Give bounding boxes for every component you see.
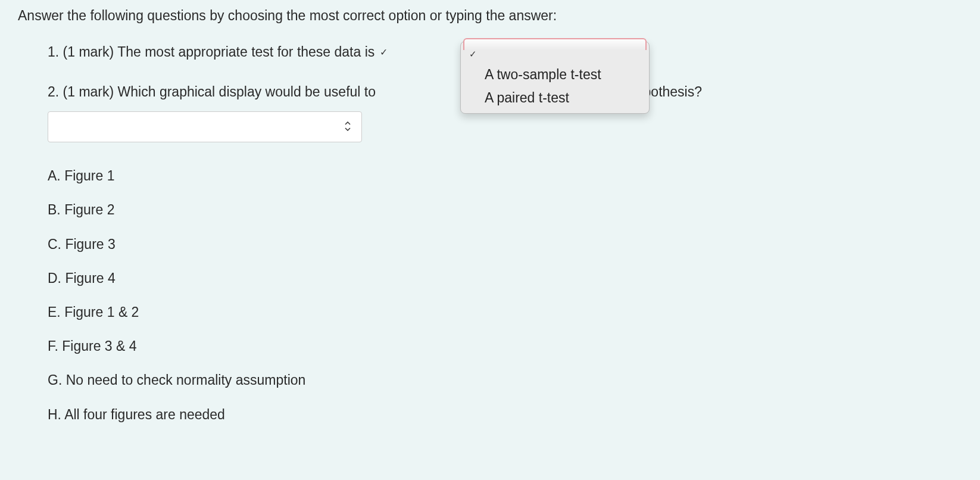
option-text: All four figures are needed	[64, 407, 225, 422]
dropdown-option-two-sample[interactable]: A two-sample t-test	[461, 63, 649, 86]
dropdown-option-blank[interactable]	[461, 44, 649, 63]
option-b: B. Figure 2	[48, 200, 962, 219]
option-letter: B.	[48, 202, 61, 217]
check-icon: ✓	[380, 47, 388, 57]
option-text: No need to check normality assumption	[66, 372, 306, 388]
option-text: Figure 4	[65, 270, 115, 286]
option-letter: F.	[48, 338, 58, 354]
question-1-number: 1.	[48, 44, 59, 60]
option-d: D. Figure 4	[48, 269, 962, 288]
option-text: Figure 1	[64, 168, 114, 183]
instructions-text: Answer the following questions by choosi…	[18, 6, 962, 25]
answer-options-list: A. Figure 1 B. Figure 2 C. Figure 3 D. F…	[48, 166, 962, 424]
option-letter: G.	[48, 372, 62, 388]
option-e: E. Figure 1 & 2	[48, 303, 962, 322]
option-letter: A.	[48, 168, 61, 183]
question-1-marks: (1 mark)	[63, 44, 114, 60]
option-text: Figure 2	[64, 202, 114, 217]
chevron-up-down-icon	[345, 121, 351, 132]
option-letter: C.	[48, 236, 61, 252]
question-2-select[interactable]	[48, 111, 362, 142]
option-letter: E.	[48, 304, 61, 320]
option-a: A. Figure 1	[48, 166, 962, 185]
option-c: C. Figure 3	[48, 235, 962, 254]
option-text: Figure 3	[65, 236, 115, 252]
question-2-marks: (1 mark)	[63, 84, 114, 99]
option-text: Figure 1 & 2	[64, 304, 139, 320]
option-letter: H.	[48, 407, 61, 422]
option-text: Figure 3 & 4	[62, 338, 136, 354]
question-1-dropdown-menu[interactable]: A two-sample t-test A paired t-test	[460, 41, 650, 114]
question-1-text: The most appropriate test for these data…	[117, 44, 374, 60]
question-2-text-before: Which graphical display would be useful …	[118, 84, 376, 99]
option-f: F. Figure 3 & 4	[48, 336, 962, 356]
option-h: H. All four figures are needed	[48, 405, 962, 424]
option-g: G. No need to check normality assumption	[48, 370, 962, 389]
question-2-number: 2.	[48, 84, 59, 99]
dropdown-option-paired[interactable]: A paired t-test	[461, 86, 649, 110]
option-letter: D.	[48, 270, 61, 286]
